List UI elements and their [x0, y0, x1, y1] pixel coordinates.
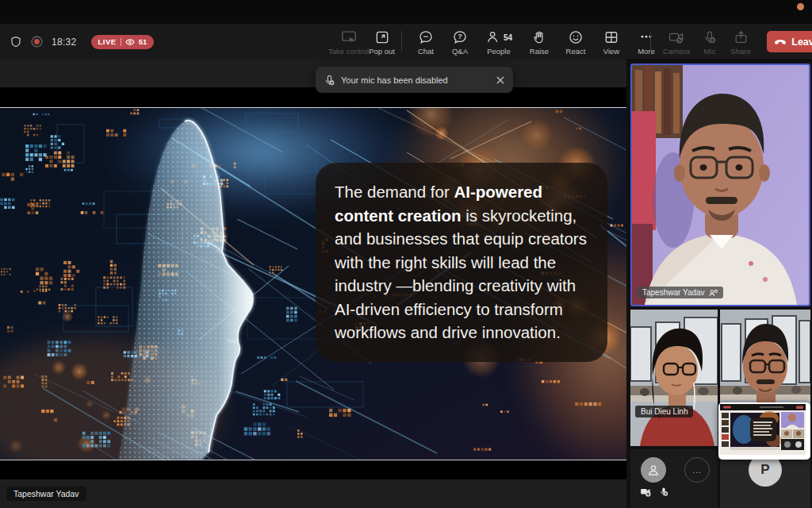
participant-2-video — [630, 310, 718, 446]
screenshare-thumbnail[interactable] — [718, 402, 810, 460]
video-tile-avatar-participant[interactable]: ... — [630, 449, 718, 508]
people-button[interactable]: 54 People — [477, 24, 521, 60]
pop-out-button[interactable]: Pop out — [369, 24, 395, 60]
viewers-eye-icon — [125, 38, 135, 46]
camera-button[interactable]: Camera — [657, 24, 695, 60]
svg-text:?: ? — [458, 33, 462, 40]
slide-text-card: The demand for AI-powered content creati… — [316, 163, 607, 362]
raise-hand-button[interactable]: Raise — [521, 24, 557, 60]
participants-sidebar: Tapeshwar Yadav Bui Dieu — [630, 64, 812, 508]
toast-message: Your mic has been disabled — [341, 75, 496, 85]
meeting-window: { "topbar": { "time": "18:32", "live_lab… — [0, 0, 812, 508]
camera-off-status-icon — [640, 487, 652, 497]
toolbar-divider — [401, 31, 402, 52]
live-badge: LIVE 51 — [91, 35, 155, 49]
qa-icon: ? — [452, 29, 468, 45]
participant-status-icons — [640, 487, 668, 497]
viewer-count: 51 — [139, 37, 147, 46]
people-icon: 54 — [485, 29, 512, 45]
qa-button[interactable]: ? Q&A — [443, 24, 477, 60]
recording-indicator-dot — [797, 3, 804, 10]
mic-off-icon — [703, 29, 717, 45]
camera-off-icon — [668, 29, 685, 45]
presentation-slide: The demand for AI-powered content creati… — [0, 87, 626, 479]
take-control-button[interactable]: Take control — [328, 24, 369, 60]
shared-screen-stage: The demand for AI-powered content creati… — [0, 60, 626, 508]
toolbar-divider — [650, 31, 651, 52]
pop-out-icon — [374, 29, 390, 45]
shield-icon — [10, 36, 22, 48]
avatar-placeholder — [641, 457, 666, 483]
toast-close-icon[interactable] — [496, 75, 505, 85]
participant-2-name: Bui Dieu Linh — [641, 407, 688, 416]
mic-disabled-toast: Your mic has been disabled — [316, 67, 513, 93]
screenshare-thumbnail-image — [720, 404, 806, 455]
mic-off-status-icon — [659, 487, 668, 497]
hangup-icon — [774, 38, 787, 46]
video-tile-participant-2[interactable]: Bui Dieu Linh — [630, 310, 718, 446]
view-button[interactable]: View — [594, 24, 629, 60]
react-icon — [568, 29, 584, 45]
toolbar-left-group: 18:32 LIVE 51 — [10, 24, 154, 60]
tile-more-button[interactable]: ... — [684, 457, 710, 483]
ellipsis-label: ... — [692, 465, 702, 475]
raise-hand-icon — [531, 29, 546, 45]
mic-button[interactable]: Mic — [695, 24, 724, 60]
take-control-icon — [340, 29, 358, 45]
record-icon — [30, 35, 44, 48]
share-icon — [733, 29, 749, 45]
leave-label: Leave — [791, 37, 812, 48]
person-icon — [646, 463, 661, 477]
presenter-name-label: Tapeshwar Yadav — [6, 487, 86, 501]
view-icon — [603, 29, 619, 45]
share-button[interactable]: Share — [724, 24, 757, 60]
window-titlebar — [0, 0, 812, 24]
leave-button[interactable]: Leave — [767, 31, 812, 52]
meeting-timer: 18:32 — [52, 37, 77, 48]
main-speaker-name: Tapeshwar Yadav — [642, 288, 705, 297]
toolbar-right-group: Camera Mic Share Leave — [644, 24, 812, 60]
react-button[interactable]: React — [557, 24, 594, 60]
video-tile-main-speaker[interactable]: Tapeshwar Yadav — [630, 64, 810, 306]
mic-disabled-icon — [324, 74, 335, 87]
slide-text: The demand for AI-powered content creati… — [335, 180, 588, 344]
chat-button[interactable]: Chat — [408, 24, 443, 60]
participant-2-name-pill: Bui Dieu Linh — [635, 406, 693, 418]
spotlight-person-icon — [709, 289, 718, 297]
toolbar-center-group: Take control Pop out Chat ? Q&A 54 — [328, 24, 664, 60]
main-speaker-name-pill: Tapeshwar Yadav — [637, 287, 723, 298]
main-speaker-video — [632, 65, 809, 305]
people-count: 54 — [504, 33, 512, 42]
meeting-toolbar: 18:32 LIVE 51 Take control Pop out — [0, 24, 812, 60]
chat-icon — [418, 29, 434, 45]
